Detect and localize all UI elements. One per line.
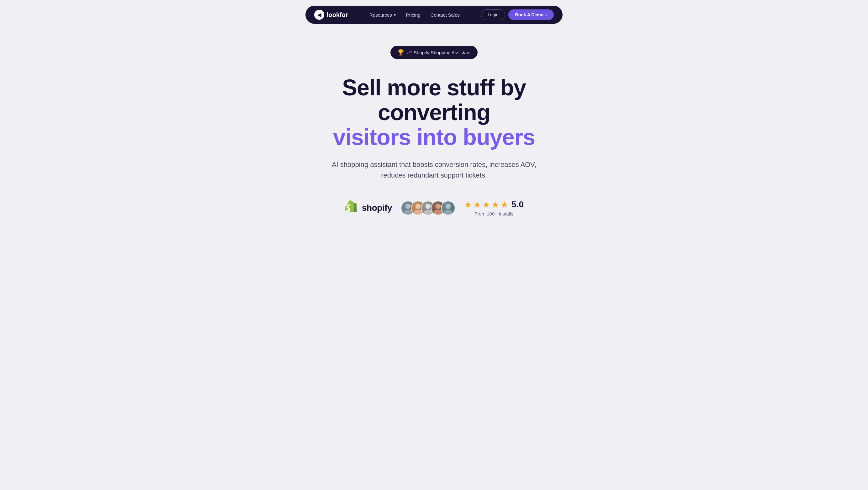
navbar: ◀ lookfor Resources Pricing Contact Sale… [305,6,563,24]
hero-title-line2: visitors into buyers [333,125,535,150]
logo-icon: ◀ [314,10,324,20]
trophy-icon: 🏆 [397,49,404,56]
star-1: ★ [464,200,472,210]
avatar-group [401,201,455,215]
rating-block: ★ ★ ★ ★ ★ 5.0 From 100+ Installs [464,200,524,216]
arrow-right-icon: › [545,12,547,17]
hero-subtitle: AI shopping assistant that boosts conver… [328,159,540,181]
svg-point-6 [436,204,441,209]
rating-number: 5.0 [512,200,524,210]
nav-links: Resources Pricing Contact Sales [361,12,469,18]
social-proof: shopify ★ ★ ★ [344,200,524,216]
star-3: ★ [482,200,490,210]
star-4: ★ [491,200,499,210]
avatar [441,201,455,215]
star-5: ★ [500,200,508,210]
nav-pricing[interactable]: Pricing [406,12,421,18]
book-demo-button[interactable]: Book A Demo › [508,9,554,20]
rating-label: From 100+ Installs [464,211,524,216]
shopify-bag-icon [344,201,360,215]
shopify-logo: shopify [344,201,392,215]
logo-text: lookfor [327,11,348,19]
chevron-down-icon [394,14,396,16]
nav-contact-sales[interactable]: Contact Sales [431,12,460,18]
shopify-text: shopify [362,203,392,213]
hero-section: 🏆 #1 Shopify Shopping Assistant Sell mor… [293,24,575,235]
svg-point-4 [426,204,431,209]
login-button[interactable]: Login [481,9,505,20]
svg-point-9 [444,210,452,215]
hero-title: Sell more stuff by converting visitors i… [299,75,569,150]
hero-title-line1: Sell more stuff by converting [342,75,526,125]
badge-text: #1 Shopify Shopping Assistant [407,50,471,55]
nav-resources[interactable]: Resources [369,12,396,18]
svg-point-8 [445,204,451,209]
svg-point-0 [405,204,411,209]
star-2: ★ [473,200,481,210]
svg-point-2 [415,204,421,209]
hero-badge: 🏆 #1 Shopify Shopping Assistant [391,46,477,59]
nav-actions: Login Book A Demo › [481,9,554,20]
stars-row: ★ ★ ★ ★ ★ 5.0 [464,200,524,210]
logo[interactable]: ◀ lookfor [314,10,348,20]
